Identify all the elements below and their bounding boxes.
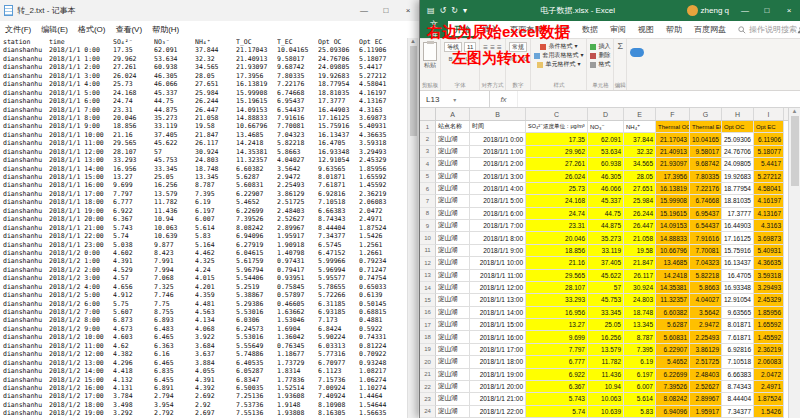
cell[interactable]: 2.48403 xyxy=(690,369,722,381)
cell[interactable]: 14.35381 xyxy=(656,282,690,294)
menu-view[interactable]: 查看(V) xyxy=(110,24,147,35)
cell[interactable]: 26.117 xyxy=(624,270,656,282)
cell[interactable]: 淀山湖 xyxy=(436,331,470,343)
menu-file[interactable]: 文件(F) xyxy=(0,24,36,35)
cell[interactable]: 7.395 xyxy=(624,344,656,356)
cell[interactable]: 2018/1/1 9:00 xyxy=(470,245,526,257)
cell[interactable]: 5.27212 xyxy=(754,171,784,183)
cell[interactable]: 44.875 xyxy=(588,220,624,232)
cell[interactable]: 27.261 xyxy=(526,158,588,170)
cell[interactable]: 16.13819 xyxy=(656,183,690,195)
ribbon-tab-7[interactable]: 视图 xyxy=(632,21,660,38)
cell[interactable]: 26.244 xyxy=(624,208,656,220)
scroll-up-icon[interactable]: ▲ xyxy=(410,38,416,44)
cell[interactable]: 14.88833 xyxy=(656,232,690,244)
cell[interactable]: 12.91054 xyxy=(722,294,754,306)
column-header-D[interactable]: D xyxy=(588,108,624,120)
cell[interactable]: 24.74 xyxy=(526,208,588,220)
cell[interactable]: 18.77954 xyxy=(722,183,754,195)
cell[interactable]: 1.65592 xyxy=(754,319,784,331)
excel-titlebar[interactable]: ▤ ↺ ↻ ▾ 电子数据.xlsx - Excel zheng q — □ × xyxy=(420,0,800,21)
tell-me-search[interactable]: 操作说明搜索 xyxy=(738,21,797,38)
cell[interactable]: 10.639 xyxy=(588,406,624,418)
cell[interactable]: 2018/1/1 17:00 xyxy=(470,344,526,356)
cell[interactable]: 8.01871 xyxy=(722,319,754,331)
cell[interactable]: 1.95917 xyxy=(690,406,722,418)
cell[interactable]: 20.046 xyxy=(526,232,588,244)
cell[interactable]: 2018/1/1 0:00 xyxy=(470,133,526,145)
paste-label[interactable]: 粘贴 xyxy=(424,61,436,69)
fx-icon[interactable]: fx xyxy=(490,91,518,107)
cell[interactable]: 7.70081 xyxy=(690,245,722,257)
cell[interactable]: 46.066 xyxy=(588,183,624,195)
cell[interactable]: 2018/1/1 22:00 xyxy=(470,406,526,418)
scroll-up-icon[interactable]: ▲ xyxy=(792,108,798,114)
cell[interactable]: 1.45592 xyxy=(754,331,784,343)
cell[interactable]: 2.36219 xyxy=(754,344,784,356)
name-box-dropdown-icon[interactable]: ▾ xyxy=(453,96,456,103)
cell[interactable]: Thermal OC xyxy=(656,121,690,133)
cell[interactable]: 2018/1/1 11:00 xyxy=(470,270,526,282)
cell[interactable]: 2.89967 xyxy=(690,393,722,405)
save-icon[interactable]: ▤ xyxy=(427,6,435,15)
cell[interactable]: 6.22907 xyxy=(656,344,690,356)
cell[interactable]: 6.777 xyxy=(526,356,588,368)
ribbon-tab-6[interactable]: 审阅 xyxy=(604,21,632,38)
cloud-icon[interactable] xyxy=(630,48,644,57)
cell[interactable]: 10.94 xyxy=(588,381,624,393)
cell[interactable]: 6.11906 xyxy=(754,133,784,145)
cell[interactable]: 9.63565 xyxy=(722,307,754,319)
cell[interactable]: 8.08242 xyxy=(656,393,690,405)
cell[interactable]: 7.797 xyxy=(526,344,588,356)
cell[interactable]: 27.651 xyxy=(624,183,656,195)
cell[interactable]: 15.99908 xyxy=(656,195,690,207)
cell[interactable]: 21.40913 xyxy=(656,146,690,158)
cell[interactable]: 淀山湖 xyxy=(436,232,470,244)
cell[interactable]: 7.91616 xyxy=(690,232,722,244)
cell[interactable]: 9.68742 xyxy=(690,158,722,170)
cell[interactable]: 15.75916 xyxy=(722,245,754,257)
cell[interactable]: 6.007 xyxy=(624,381,656,393)
row-number[interactable]: 5 xyxy=(420,171,436,183)
cell[interactable]: 14.09153 xyxy=(656,220,690,232)
cell[interactable]: 2018/1/1 21:00 xyxy=(470,393,526,405)
cell[interactable]: SO₄²⁻浓度单位：μg/m³ xyxy=(526,121,588,133)
cell[interactable]: 14.2418 xyxy=(656,270,690,282)
cell[interactable]: 11.436 xyxy=(588,369,624,381)
cell[interactable]: 淀山湖 xyxy=(436,220,470,232)
cell[interactable]: 28.05 xyxy=(624,171,656,183)
account-badge[interactable]: zheng q xyxy=(682,5,734,16)
menu-format[interactable]: 格式(O) xyxy=(73,24,111,35)
cell[interactable]: 26.447 xyxy=(624,220,656,232)
cell[interactable]: 7.22176 xyxy=(690,183,722,195)
ribbon-tab-9[interactable]: 百度网盘 xyxy=(688,21,732,38)
cell[interactable]: 3.29493 xyxy=(754,282,784,294)
conditional-formatting-button[interactable]: 条件格式 ▾ xyxy=(540,42,577,51)
row-number[interactable]: 19 xyxy=(420,344,436,356)
cell[interactable]: 28.107 xyxy=(526,282,588,294)
cell[interactable]: 16.256 xyxy=(588,331,624,343)
menu-edit[interactable]: 编辑(E) xyxy=(36,24,73,35)
row-number[interactable]: 20 xyxy=(420,356,436,368)
column-header-G[interactable]: G xyxy=(690,108,722,120)
cell[interactable]: 4.36635 xyxy=(754,257,784,269)
excel-vertical-scrollbar[interactable]: ▲ xyxy=(788,108,800,418)
cell[interactable]: 6.60382 xyxy=(656,307,690,319)
cell[interactable]: 24.803 xyxy=(624,294,656,306)
cell[interactable]: 17.35 xyxy=(526,133,588,145)
cell[interactable]: 6.367 xyxy=(526,381,588,393)
row-number[interactable]: 6 xyxy=(420,183,436,195)
qat-dropdown-icon[interactable]: ▾ xyxy=(463,6,467,15)
row-number[interactable]: 1 xyxy=(420,121,436,133)
column-header-C[interactable]: C xyxy=(526,108,588,120)
cell[interactable]: 4.16197 xyxy=(754,195,784,207)
cell[interactable]: 2.51725 xyxy=(690,356,722,368)
cell[interactable]: 9.58017 xyxy=(690,146,722,158)
cell[interactable]: 62.091 xyxy=(588,133,624,145)
cell[interactable]: 37.405 xyxy=(588,257,624,269)
cell[interactable]: 57 xyxy=(588,282,624,294)
cell[interactable]: 13.345 xyxy=(624,319,656,331)
cell[interactable]: 53.634 xyxy=(588,146,624,158)
cell[interactable]: 5.40931 xyxy=(754,245,784,257)
row-number[interactable]: 3 xyxy=(420,146,436,158)
